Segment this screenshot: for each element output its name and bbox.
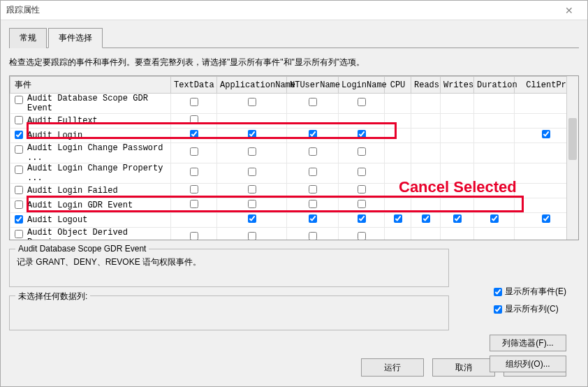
table-row[interactable]: Audit Login Change Password ... xyxy=(10,143,578,163)
table-row[interactable]: Audit Object Derived Permiss... xyxy=(10,228,578,241)
cell-checkbox[interactable] xyxy=(358,214,366,223)
cell-checkbox-container[interactable] xyxy=(217,228,287,241)
cell-checkbox-container[interactable] xyxy=(441,114,474,129)
cell-checkbox-container[interactable] xyxy=(339,163,385,184)
row-checkbox[interactable] xyxy=(15,215,23,224)
cell-checkbox-container[interactable] xyxy=(217,94,287,114)
cell-checkbox-container[interactable] xyxy=(171,143,217,163)
cell-checkbox[interactable] xyxy=(248,214,256,223)
cell-checkbox[interactable] xyxy=(542,214,550,223)
row-checkbox[interactable] xyxy=(15,186,23,194)
cell-checkbox[interactable] xyxy=(190,200,198,208)
cell-checkbox[interactable] xyxy=(309,232,317,240)
cell-checkbox[interactable] xyxy=(190,168,198,176)
cell-checkbox-container[interactable] xyxy=(385,114,411,129)
cell-checkbox-container[interactable] xyxy=(217,198,287,213)
row-checkbox[interactable] xyxy=(15,116,23,124)
table-row[interactable]: Audit Login Change Property ... xyxy=(10,163,578,184)
cell-checkbox-container[interactable] xyxy=(474,184,515,198)
col-duration[interactable]: Duration xyxy=(474,77,515,94)
vertical-scrollbar[interactable] xyxy=(566,76,578,240)
cell-checkbox-container[interactable] xyxy=(411,184,441,198)
event-name-cell[interactable]: Audit Logout xyxy=(10,213,171,228)
cell-checkbox[interactable] xyxy=(542,130,550,138)
cell-checkbox[interactable] xyxy=(190,115,198,124)
cell-checkbox-container[interactable] xyxy=(287,114,339,129)
row-checkbox[interactable] xyxy=(15,166,23,174)
cell-checkbox-container[interactable] xyxy=(411,143,441,163)
cell-checkbox-container[interactable] xyxy=(385,143,411,163)
cell-checkbox[interactable] xyxy=(358,232,366,240)
tab-general[interactable]: 常规 xyxy=(9,28,47,48)
table-row[interactable]: Audit Database Scope GDR Event xyxy=(10,94,578,114)
cell-checkbox-container[interactable] xyxy=(474,129,515,143)
cell-checkbox-container[interactable] xyxy=(217,129,287,143)
table-row[interactable]: Audit Login xyxy=(10,129,578,143)
show-all-events-checkbox[interactable] xyxy=(494,288,502,296)
organize-columns-button[interactable]: 组织列(O)... xyxy=(490,356,566,372)
cell-checkbox-container[interactable] xyxy=(217,184,287,198)
row-checkbox[interactable] xyxy=(15,96,23,104)
cell-checkbox-container[interactable] xyxy=(411,129,441,143)
cell-checkbox[interactable] xyxy=(358,130,366,138)
cancel-button[interactable]: 取消 xyxy=(432,358,495,377)
cell-checkbox[interactable] xyxy=(248,200,256,208)
cell-checkbox-container[interactable] xyxy=(171,213,217,228)
cell-checkbox-container[interactable] xyxy=(217,143,287,163)
cell-checkbox-container[interactable] xyxy=(441,184,474,198)
cell-checkbox-container[interactable] xyxy=(441,163,474,184)
cell-checkbox-container[interactable] xyxy=(385,213,411,228)
cell-checkbox-container[interactable] xyxy=(171,114,217,129)
cell-checkbox-container[interactable] xyxy=(171,198,217,213)
cell-checkbox-container[interactable] xyxy=(339,184,385,198)
cell-checkbox[interactable] xyxy=(248,130,256,138)
cell-checkbox[interactable] xyxy=(358,98,366,106)
cell-checkbox-container[interactable] xyxy=(287,228,339,241)
col-reads[interactable]: Reads xyxy=(411,77,441,94)
cell-checkbox-container[interactable] xyxy=(287,94,339,114)
cell-checkbox-container[interactable] xyxy=(287,163,339,184)
cell-checkbox-container[interactable] xyxy=(171,184,217,198)
cell-checkbox-container[interactable] xyxy=(287,143,339,163)
col-event[interactable]: 事件 xyxy=(10,77,171,94)
scroll-thumb[interactable] xyxy=(568,118,577,160)
cell-checkbox-container[interactable] xyxy=(287,129,339,143)
cell-checkbox[interactable] xyxy=(309,185,317,194)
cell-checkbox[interactable] xyxy=(248,232,256,240)
cell-checkbox[interactable] xyxy=(248,147,256,156)
cell-checkbox-container[interactable] xyxy=(385,184,411,198)
cell-checkbox-container[interactable] xyxy=(339,143,385,163)
cell-checkbox-container[interactable] xyxy=(474,143,515,163)
col-writes[interactable]: Writes xyxy=(441,77,474,94)
cell-checkbox-container[interactable] xyxy=(441,213,474,228)
row-checkbox[interactable] xyxy=(15,230,23,238)
cell-checkbox[interactable] xyxy=(309,147,317,156)
event-name-cell[interactable]: Audit Object Derived Permiss... xyxy=(10,228,171,241)
cell-checkbox[interactable] xyxy=(358,147,366,156)
cell-checkbox[interactable] xyxy=(190,232,198,240)
cell-checkbox[interactable] xyxy=(309,130,317,138)
event-name-cell[interactable]: Audit Login Change Property ... xyxy=(10,163,171,184)
column-filter-button[interactable]: 列筛选器(F)... xyxy=(490,335,566,351)
cell-checkbox-container[interactable] xyxy=(171,228,217,241)
cell-checkbox-container[interactable] xyxy=(339,228,385,241)
cell-checkbox[interactable] xyxy=(358,168,366,176)
cell-checkbox-container[interactable] xyxy=(474,198,515,213)
cell-checkbox-container[interactable] xyxy=(441,198,474,213)
cell-checkbox-container[interactable] xyxy=(441,94,474,114)
cell-checkbox[interactable] xyxy=(190,98,198,106)
cell-checkbox-container[interactable] xyxy=(441,228,474,241)
cell-checkbox[interactable] xyxy=(490,214,499,223)
event-name-cell[interactable]: Audit Login Change Password ... xyxy=(10,143,171,163)
cell-checkbox-container[interactable] xyxy=(287,213,339,228)
cell-checkbox-container[interactable] xyxy=(217,163,287,184)
cell-checkbox[interactable] xyxy=(453,214,462,223)
cell-checkbox-container[interactable] xyxy=(385,198,411,213)
cell-checkbox[interactable] xyxy=(422,214,430,223)
cell-checkbox[interactable] xyxy=(190,147,198,156)
event-name-cell[interactable]: Audit Login Failed xyxy=(10,184,171,198)
cell-checkbox[interactable] xyxy=(309,98,317,106)
cell-checkbox[interactable] xyxy=(309,214,317,223)
cell-checkbox-container[interactable] xyxy=(385,94,411,114)
cell-checkbox-container[interactable] xyxy=(411,213,441,228)
